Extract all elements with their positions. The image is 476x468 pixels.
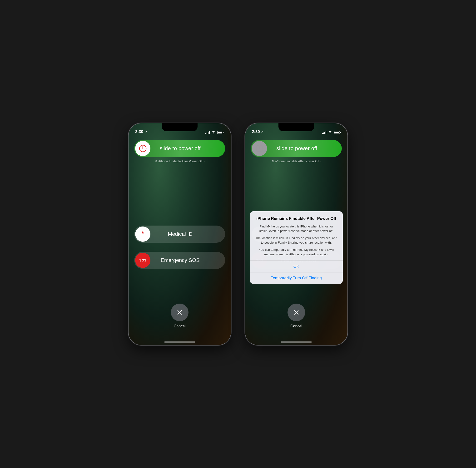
emergency-sos-button-left[interactable]: SOS Emergency SOS: [134, 252, 225, 269]
location-arrow-icon-right: ↗: [261, 130, 264, 133]
battery-icon-right: [334, 131, 341, 134]
cancel-area-right: Cancel: [287, 304, 305, 328]
power-slider-label-left: slide to power off: [150, 145, 210, 152]
wifi-icon-right: [328, 131, 332, 134]
status-icons-left: [205, 131, 224, 134]
medical-icon-left: *: [139, 230, 147, 238]
findable-label-right: iPhone Findable After Power Off: [275, 160, 319, 163]
status-time-left: 2:30 ↗: [135, 130, 147, 134]
power-thumb-right: [252, 141, 267, 156]
notch-left: [162, 123, 197, 131]
status-icons-right: [322, 131, 341, 134]
phone-left: 2:30 ↗: [129, 123, 231, 345]
findable-text-right[interactable]: ⊛ iPhone Findable After Power Off ›: [245, 160, 347, 163]
battery-icon-left: [217, 131, 224, 134]
turn-off-finding-button[interactable]: Temporarily Turn Off Finding: [250, 272, 343, 284]
power-slider-right[interactable]: slide to power off: [251, 140, 342, 157]
cancel-label-left: Cancel: [174, 324, 186, 328]
screen-left: 2:30 ↗: [129, 123, 231, 345]
power-icon-left: [139, 145, 147, 152]
dialog-title: iPhone Remains Findable After Power Off: [255, 216, 338, 221]
screen-right: 2:30 ↗: [245, 123, 347, 345]
power-slider-left[interactable]: slide to power off: [134, 140, 225, 157]
dialog-body-3: You can temporarily turn off Find My net…: [255, 248, 338, 257]
findable-icon-right: ⊛: [271, 160, 274, 163]
power-thumb-left: [135, 141, 150, 156]
svg-text:*: *: [142, 230, 144, 237]
sos-text-left: SOS: [139, 258, 146, 262]
cancel-button-right[interactable]: [287, 304, 305, 321]
phone-right: 2:30 ↗: [245, 123, 347, 345]
medical-id-button-left[interactable]: * Medical ID: [134, 226, 225, 243]
close-icon-left: [176, 309, 183, 316]
findable-icon-left: ⊛: [155, 160, 158, 163]
home-indicator-right: [281, 341, 312, 343]
sos-thumb-left: SOS: [135, 253, 150, 268]
cancel-label-right: Cancel: [290, 324, 302, 328]
signal-icon-left: [205, 131, 210, 134]
medical-id-label-left: Medical ID: [150, 231, 210, 237]
close-icon-right: [293, 309, 300, 316]
notch-right: [279, 123, 314, 131]
dialog-content: iPhone Remains Findable After Power Off …: [250, 211, 343, 261]
wifi-icon-left: [211, 131, 216, 134]
findable-chevron-left: ›: [204, 160, 205, 163]
findable-dialog: iPhone Remains Findable After Power Off …: [250, 211, 343, 284]
emergency-sos-label-left: Emergency SOS: [150, 257, 210, 263]
location-arrow-icon-left: ↗: [145, 130, 147, 133]
ok-button[interactable]: OK: [250, 261, 343, 272]
findable-chevron-right: ›: [320, 160, 321, 163]
dialog-body-1: Find My helps you locate this iPhone whe…: [255, 224, 338, 234]
findable-text-left[interactable]: ⊛ iPhone Findable After Power Off ›: [129, 160, 231, 163]
cancel-area-left: Cancel: [171, 304, 189, 328]
dialog-body: Find My helps you locate this iPhone whe…: [255, 224, 338, 257]
home-indicator-left: [164, 341, 195, 343]
power-slider-label-right: slide to power off: [267, 145, 327, 152]
signal-icon-right: [322, 131, 326, 134]
status-time-right: 2:30 ↗: [252, 130, 264, 134]
medical-thumb-left: *: [135, 227, 150, 242]
power-icon-right: [256, 145, 263, 152]
findable-label-left: iPhone Findable After Power Off: [159, 160, 203, 163]
dialog-body-2: The location is visible in Find My on yo…: [255, 236, 338, 245]
cancel-button-left[interactable]: [171, 304, 189, 321]
